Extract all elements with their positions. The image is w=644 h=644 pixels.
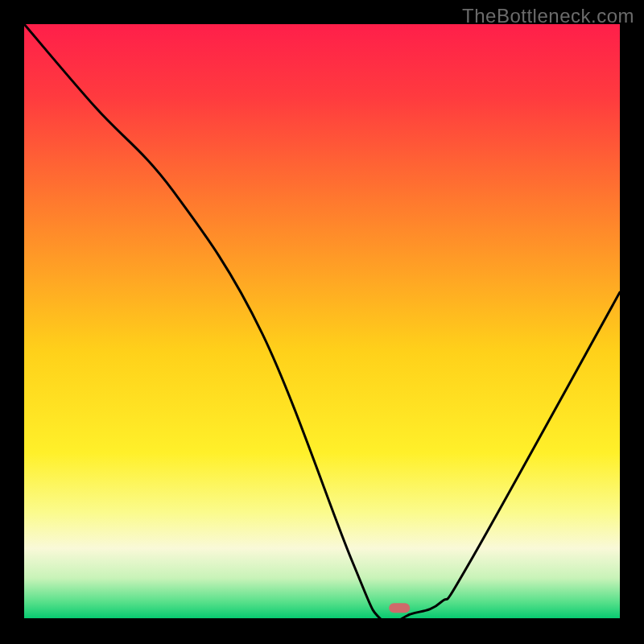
chart-frame: TheBottleneck.com <box>0 0 644 644</box>
watermark-text: TheBottleneck.com <box>462 5 634 27</box>
chart-plot-area <box>24 24 620 620</box>
chart-svg <box>24 24 620 620</box>
optimal-marker <box>389 603 410 613</box>
gradient-rect <box>24 24 620 620</box>
